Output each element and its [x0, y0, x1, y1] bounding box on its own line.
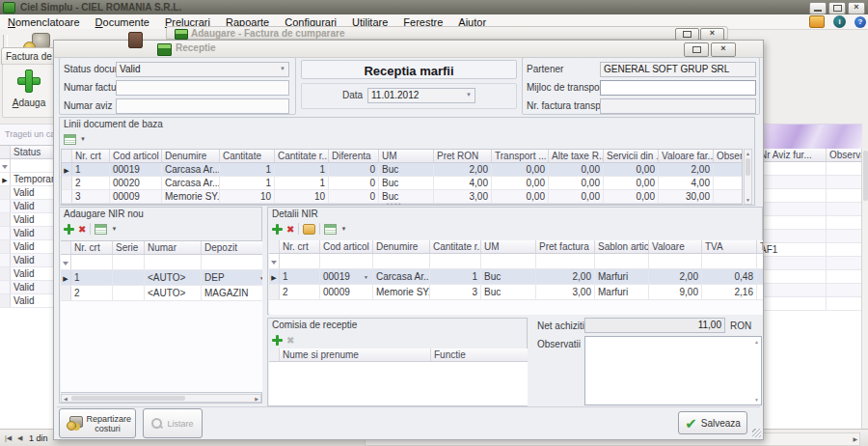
filter-cell[interactable] [202, 255, 263, 270]
grid-cell[interactable]: 2,00 [649, 269, 702, 285]
grid-cell[interactable]: 2 [280, 285, 320, 300]
numar-aviz-input[interactable] [116, 98, 289, 114]
grid-cell[interactable] [113, 286, 145, 301]
column-header[interactable]: Alte taxe R... [549, 150, 604, 163]
data-select[interactable]: ▼11.01.2012 [367, 88, 475, 103]
grid-cell[interactable]: 3,00 [434, 190, 492, 204]
grid-cell[interactable]: 0 [329, 163, 379, 177]
grid-cell[interactable] [714, 163, 744, 177]
menu-item-1[interactable]: Documente [88, 15, 157, 29]
grid-cell[interactable]: Valid [11, 254, 57, 267]
chevron-down-icon[interactable]: ▼ [80, 136, 86, 142]
add-icon[interactable] [64, 224, 74, 235]
nr-factura-transport-input[interactable] [600, 98, 756, 114]
grid-cell[interactable]: 00009 [320, 285, 373, 300]
column-header[interactable]: Valoare far... [659, 150, 714, 163]
grid-cell[interactable]: 00020 [110, 177, 162, 190]
column-header[interactable]: Serie [113, 241, 145, 255]
first-record-icon[interactable]: |◀ [5, 434, 12, 442]
layout-icon[interactable] [324, 224, 337, 235]
filter-cell[interactable] [320, 254, 373, 269]
dialog-close-button[interactable]: × [711, 42, 736, 57]
grid-row[interactable]: Valid [0, 227, 56, 240]
grid-cell[interactable]: 1 [275, 177, 329, 190]
grid-cell[interactable] [827, 297, 862, 311]
grid-cell[interactable]: 3 [72, 190, 110, 204]
filter-cell[interactable] [11, 159, 57, 173]
grid-cell[interactable]: 30,00 [659, 190, 714, 204]
help-icon[interactable]: ? [854, 16, 866, 28]
grid-cell[interactable] [113, 270, 145, 286]
minimize-button[interactable] [809, 2, 827, 14]
add-icon[interactable] [272, 224, 283, 235]
grid-cell[interactable]: 0 [329, 190, 379, 204]
column-header[interactable]: Denumire [162, 150, 220, 163]
filter-cell[interactable] [373, 254, 430, 269]
grid-cell[interactable] [757, 216, 827, 230]
grid-cell[interactable]: Marfuri [595, 285, 649, 300]
grid-row[interactable] [757, 270, 861, 284]
grid-cell[interactable]: 10 [220, 190, 275, 204]
grid-row[interactable]: Valid [0, 267, 56, 281]
filter-row[interactable] [0, 159, 56, 173]
column-header[interactable]: Observatii [714, 150, 744, 163]
grid-cell[interactable]: Valid [11, 240, 57, 254]
dropdown-icon[interactable]: ▼ [280, 66, 285, 71]
column-header[interactable]: Observatii [827, 149, 862, 162]
column-header[interactable]: Cod articol [320, 240, 373, 254]
grid-cell[interactable] [757, 203, 827, 216]
grid-cell[interactable]: Marfuri [595, 269, 649, 285]
column-header[interactable]: Nr. crt [280, 240, 320, 254]
grid-row[interactable]: Valid [0, 294, 56, 308]
dropdown-icon[interactable]: ▼ [364, 274, 368, 280]
grid-cell[interactable] [827, 176, 862, 189]
nir-nou-grid[interactable]: Nr. crtSerieNumarDepozitTip d▶1<AUTO>▼DE… [61, 241, 262, 301]
grid-cell[interactable] [827, 203, 862, 216]
column-header[interactable]: Cantitate r... [275, 150, 329, 163]
filter-cell[interactable] [145, 255, 202, 270]
grid-cell[interactable]: <AUTO> [145, 286, 202, 301]
grid-row[interactable] [757, 257, 861, 270]
grid-row[interactable]: ▶100019Carcasa Ar...110Buc2,000,000,000,… [62, 163, 743, 177]
grid-row[interactable]: Valid [0, 254, 56, 267]
vertical-scrollbar[interactable] [861, 149, 868, 429]
dialog-titlebar[interactable]: Receptie × [54, 41, 763, 58]
grid-cell[interactable] [757, 284, 827, 297]
grid-row[interactable]: 200020Carcasa Ar...110Buc4,000,000,000,0… [62, 177, 743, 190]
delete-icon[interactable]: ✖ [78, 224, 86, 235]
delete-icon[interactable]: ✖ [286, 224, 294, 235]
grid-cell[interactable] [757, 176, 827, 189]
aviz-observatii-grid[interactable]: Nr Aviz fur...ObservatiiAF1 [757, 149, 861, 311]
grid-cell[interactable]: 1 [275, 163, 329, 177]
detalii-grid[interactable]: Nr. crtCod articolDenumireCantitate r...… [269, 240, 763, 300]
linii-vscrollbar[interactable]: ▲▼ [744, 149, 752, 205]
column-header[interactable]: Valoare [649, 240, 702, 254]
grid-cell[interactable]: ▼00019 [320, 269, 373, 285]
grid-cell[interactable] [757, 297, 827, 311]
numar-factura-input[interactable] [116, 80, 289, 96]
comisia-grid[interactable]: Nume si prenumeFunctie [269, 348, 528, 362]
grid-cell[interactable]: 0 [329, 177, 379, 190]
grid-cell[interactable]: 0,00 [492, 163, 549, 177]
column-header[interactable]: Numar [145, 241, 202, 255]
grid-cell[interactable] [827, 216, 862, 230]
scroll-right-icon[interactable]: ▶ [853, 435, 857, 442]
dialog-maximize-button[interactable] [684, 42, 709, 57]
scroll-down-icon[interactable]: ▼ [754, 397, 759, 403]
menu-item-0[interactable]: Nomenclatoare [0, 15, 88, 29]
column-header[interactable]: Nume si prenume [280, 348, 431, 362]
grid-cell[interactable]: 0,00 [549, 190, 604, 204]
column-header[interactable]: Pret RON [434, 150, 492, 163]
filter-cell[interactable] [757, 162, 827, 176]
grid-cell[interactable]: 00009 [110, 190, 162, 204]
grid-row[interactable]: 2<AUTO>MAGAZINEn-G [61, 286, 262, 301]
grid-row[interactable]: ▶1▼00019Carcasa Ar...1Buc2,00Marfuri2,00… [269, 269, 763, 285]
grid-cell[interactable] [827, 189, 862, 203]
column-header[interactable]: Nr. crt [71, 241, 113, 255]
grid-row[interactable] [757, 176, 861, 189]
grid-row[interactable] [757, 216, 861, 230]
column-header[interactable]: UM [379, 150, 434, 163]
column-header[interactable]: Total [757, 240, 764, 254]
grid-row[interactable] [757, 297, 861, 311]
column-header[interactable]: TVA [702, 240, 757, 254]
